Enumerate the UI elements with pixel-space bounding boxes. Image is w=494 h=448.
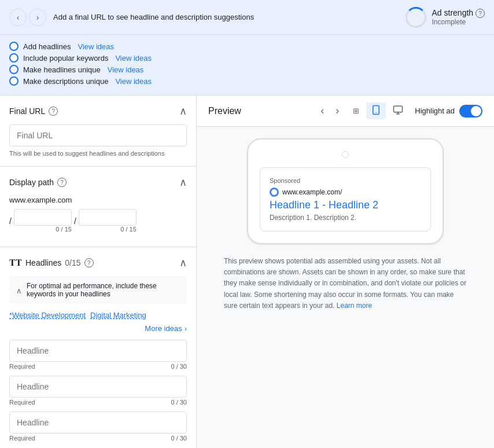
desktop-view-button[interactable] [388, 102, 408, 119]
favicon-inner [271, 189, 277, 195]
preview-view-icons: ⊞ [348, 102, 408, 119]
final-url-header: Final URL ? ∧ [9, 105, 187, 117]
suggestion-radio [9, 65, 19, 74]
mobile-view-button[interactable] [366, 102, 386, 119]
headline-input-footer-2: Required 0 / 30 [9, 398, 187, 407]
more-ideas-chevron-icon: › [185, 324, 187, 333]
learn-more-link[interactable]: Learn more [337, 302, 372, 310]
suggestion-view-ideas-link[interactable]: View ideas [108, 65, 144, 74]
more-ideas-link[interactable]: More ideas › [9, 324, 187, 333]
ad-strength-label: Ad strength ? [432, 8, 485, 19]
preview-area: Sponsored www.example.com/ Headline 1 - … [197, 127, 494, 335]
headline-char-count-3: 0 / 30 [171, 435, 187, 442]
headlines-help-icon[interactable]: ? [84, 258, 94, 267]
headline-input-group-3: Required 0 / 30 [9, 412, 187, 443]
path2-input[interactable] [79, 209, 137, 226]
display-path-row: / 0 / 15 / 0 / 15 [9, 209, 187, 233]
ad-strength-help-icon[interactable]: ? [475, 9, 485, 18]
display-path-title: Display path ? [9, 178, 67, 187]
preview-note: This preview shows potential ads assembl… [212, 256, 478, 323]
suggestion-item: Make headlines unique View ideas [9, 65, 485, 74]
phone-notch [342, 151, 349, 158]
preview-back-button[interactable]: ‹ [318, 102, 326, 119]
favicon [270, 188, 279, 197]
final-url-collapse-button[interactable]: ∧ [179, 105, 187, 117]
keywords-note: ∧ For optimal ad performance, include th… [9, 276, 187, 304]
headline-input-3[interactable] [9, 412, 187, 434]
headline-required-label-2: Required [9, 399, 35, 406]
grid-view-button[interactable]: ⊞ [348, 104, 364, 117]
keywords-note-collapse[interactable]: ∧ [16, 283, 22, 298]
suggestion-text: Add headlines [23, 42, 71, 51]
path-separator-1: / [9, 216, 12, 226]
path1-input[interactable] [14, 209, 72, 226]
suggestion-item: Add headlines View ideas [9, 42, 485, 51]
grid-icon: ⊞ [353, 107, 359, 115]
suggestion-radio [9, 53, 19, 63]
forward-button[interactable]: › [29, 9, 46, 26]
display-path-collapse-button[interactable]: ∧ [179, 176, 187, 189]
display-path-header: Display path ? ∧ [9, 176, 187, 189]
top-bar: ‹ › Add a final URL to see headline and … [0, 0, 494, 35]
suggestion-item: Make descriptions unique View ideas [9, 76, 485, 86]
headline-input-footer-3: Required 0 / 30 [9, 434, 187, 443]
suggestion-view-ideas-link[interactable]: View ideas [115, 54, 152, 63]
preview-title: Preview [208, 106, 311, 116]
path2-char-count: 0 / 15 [79, 226, 137, 233]
final-url-section: Final URL ? ∧ This will be used to sugge… [0, 96, 196, 167]
display-path-section: Display path ? ∧ www.example.com / 0 / 1… [0, 167, 196, 247]
suggestion-list: Add headlines View ideas Include popular… [9, 42, 485, 86]
final-url-help-icon[interactable]: ? [49, 107, 58, 116]
headlines-title: 𝐓𝐓 Headlines 0/15 ? [9, 258, 94, 268]
desktop-icon [393, 105, 403, 115]
highlight-label: Highlight ad [415, 107, 455, 115]
suggestion-text: Make headlines unique [23, 65, 101, 74]
main-content: Final URL ? ∧ This will be used to sugge… [0, 96, 494, 448]
ad-description: Description 1. Description 2. [270, 214, 421, 222]
headline-required-label-3: Required [9, 435, 35, 442]
path1-char-count: 0 / 15 [14, 226, 72, 233]
suggestion-text: Make descriptions unique [23, 77, 108, 86]
top-bar-instruction: Add a final URL to see headline and desc… [53, 13, 399, 21]
svg-point-1 [376, 112, 377, 113]
svg-rect-2 [394, 106, 403, 112]
headline-input-1[interactable] [9, 340, 187, 362]
suggestion-item: Include popular keywords View ideas [9, 53, 485, 63]
ad-strength-info: Ad strength ? Incomplete [432, 8, 485, 27]
ad-url-row: www.example.com/ [270, 188, 421, 197]
suggestions-panel: Add headlines View ideas Include popular… [0, 35, 494, 96]
keyword-chip[interactable]: *Website Development [9, 311, 86, 320]
phone-mockup: Sponsored www.example.com/ Headline 1 - … [247, 138, 444, 244]
highlight-toggle-switch[interactable] [459, 105, 482, 117]
suggestion-view-ideas-link[interactable]: View ideas [115, 77, 152, 86]
headline-input-group-1: Required 0 / 30 [9, 340, 187, 371]
final-url-title: Final URL ? [9, 107, 58, 116]
headline-input-footer-1: Required 0 / 30 [9, 362, 187, 371]
right-panel: Preview ‹ › ⊞ Highlight ad [197, 96, 494, 448]
headlines-collapse-button[interactable]: ∧ [179, 256, 187, 269]
path-separator-2: / [74, 216, 76, 226]
final-url-helper: This will be used to suggest headlines a… [9, 150, 187, 157]
headline-required-label-1: Required [9, 363, 35, 370]
preview-header: Preview ‹ › ⊞ Highlight ad [197, 96, 494, 127]
headline-input-group-2: Required 0 / 30 [9, 376, 187, 407]
headline-char-count-2: 0 / 30 [171, 399, 187, 406]
headlines-section: 𝐓𝐓 Headlines 0/15 ? ∧ ∧ For optimal ad p… [0, 247, 196, 448]
suggestion-view-ideas-link[interactable]: View ideas [78, 42, 114, 51]
back-button[interactable]: ‹ [9, 9, 27, 26]
ad-headline: Headline 1 - Headline 2 [270, 199, 421, 211]
display-path-help-icon[interactable]: ? [57, 178, 67, 187]
left-panel: Final URL ? ∧ This will be used to sugge… [0, 96, 197, 448]
headlines-icon: 𝐓𝐓 [9, 258, 22, 268]
ad-strength-status: Incomplete [432, 18, 485, 26]
preview-forward-button[interactable]: › [333, 102, 341, 119]
ad-card: Sponsored www.example.com/ Headline 1 - … [260, 167, 431, 232]
headline-char-count-1: 0 / 30 [171, 363, 187, 370]
final-url-input[interactable] [9, 124, 187, 146]
breadcrumb-nav: ‹ › [9, 9, 46, 26]
path2-col: 0 / 15 [79, 209, 137, 233]
sponsored-text: Sponsored [270, 177, 421, 184]
ad-strength-section: Ad strength ? Incomplete [405, 7, 485, 28]
headline-input-2[interactable] [9, 376, 187, 398]
keyword-chip[interactable]: Digital Marketing [90, 311, 146, 320]
